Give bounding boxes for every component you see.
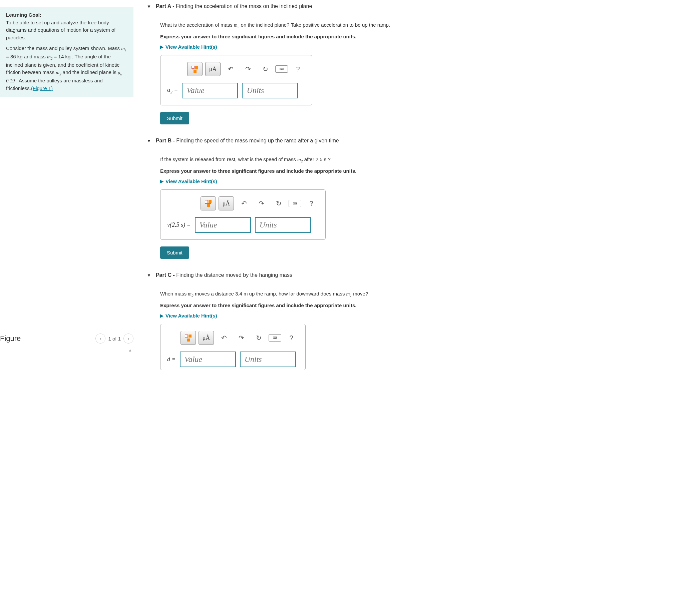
part-c-units-input[interactable] [240,351,296,367]
part-a-instructions: Express your answer to three significant… [160,34,697,39]
units-picker-button[interactable]: μÅ [198,331,214,345]
part-a-units-input[interactable] [242,83,298,99]
undo-button[interactable]: ↶ [223,62,238,76]
part-c-instructions: Express your answer to three significant… [160,302,697,308]
keyboard-button[interactable]: ⌨ [269,334,281,342]
goal-text: To be able to set up and analyze the fre… [6,20,116,40]
template-picker-button[interactable] [201,196,216,210]
part-b-header[interactable]: ▼ Part B - Finding the speed of the mass… [147,138,697,146]
scroll-up-icon[interactable]: ▲ [0,347,133,352]
goal-heading: Learning Goal: [6,12,41,18]
figure-title: Figure [0,334,21,343]
part-b-var-label: v(2.5 s) = [167,222,191,228]
part-b-hints-toggle[interactable]: ▶ View Available Hint(s) [160,178,697,184]
part-b-instructions: Express your answer to three significant… [160,168,697,174]
part-c-question: When mass m2 moves a distance 3.4 m up t… [160,290,697,299]
reset-button[interactable]: ↻ [251,331,266,345]
part-b-units-input[interactable] [255,217,311,233]
part-b: ▼ Part B - Finding the speed of the mass… [147,138,697,259]
part-c-header[interactable]: ▼ Part C - Finding the distance moved by… [147,272,697,280]
units-picker-button[interactable]: μÅ [205,62,221,76]
keyboard-button[interactable]: ⌨ [275,65,288,73]
part-a-header[interactable]: ▼ Part A - Finding the acceleration of t… [147,3,697,11]
redo-button[interactable]: ↷ [254,197,269,210]
chevron-right-icon: ▶ [160,313,163,318]
reset-button[interactable]: ↻ [271,197,286,210]
figure-pagination: ‹ 1 of 1 › [95,333,133,344]
learning-goal-box: Learning Goal: To be able to set up and … [0,7,133,97]
reset-button[interactable]: ↻ [258,62,272,76]
redo-button[interactable]: ↷ [240,62,255,76]
figure-link[interactable]: (Figure 1) [31,85,53,91]
desc-text: Consider the mass and pulley system show… [6,45,127,91]
prev-figure-button[interactable]: ‹ [95,333,105,344]
help-button[interactable]: ? [304,197,318,210]
part-b-value-input[interactable] [195,217,251,233]
chevron-down-icon: ▼ [147,273,151,278]
chevron-down-icon: ▼ [147,4,151,9]
redo-button[interactable]: ↷ [234,331,249,345]
part-a-value-input[interactable] [182,83,238,99]
part-c-value-input[interactable] [180,351,236,367]
units-picker-button[interactable]: μÅ [219,196,234,210]
chevron-down-icon: ▼ [147,138,151,144]
next-figure-button[interactable]: › [123,333,133,344]
figure-section: Figure ‹ 1 of 1 › [0,330,133,347]
part-a-var-label: a2 = [167,86,178,95]
part-a: ▼ Part A - Finding the acceleration of t… [147,3,697,124]
part-c-var-label: d = [167,356,176,363]
template-picker-button[interactable] [180,331,196,345]
part-b-submit-button[interactable]: Submit [160,246,189,259]
part-c-hints-toggle[interactable]: ▶ View Available Hint(s) [160,313,697,318]
part-c-answer-box: μÅ ↶ ↷ ↻ ⌨ ? d = [160,324,306,370]
chevron-right-icon: ▶ [160,179,163,184]
part-a-question: What is the acceleration of mass m2 on t… [160,21,697,30]
part-b-question: If the system is released from rest, wha… [160,155,697,164]
part-c: ▼ Part C - Finding the distance moved by… [147,272,697,377]
undo-button[interactable]: ↶ [217,331,231,345]
figure-page-indicator: 1 of 1 [108,336,121,342]
keyboard-button[interactable]: ⌨ [288,200,301,207]
help-button[interactable]: ? [291,62,305,76]
chevron-right-icon: ▶ [160,44,163,49]
part-a-submit-button[interactable]: Submit [160,112,189,124]
help-button[interactable]: ? [284,331,299,345]
part-a-hints-toggle[interactable]: ▶ View Available Hint(s) [160,44,697,50]
template-picker-button[interactable] [187,62,203,76]
undo-button[interactable]: ↶ [237,197,251,210]
part-b-answer-box: μÅ ↶ ↷ ↻ ⌨ ? v(2.5 s) = [160,190,326,240]
part-a-answer-box: μÅ ↶ ↷ ↻ ⌨ ? a2 = [160,55,312,105]
